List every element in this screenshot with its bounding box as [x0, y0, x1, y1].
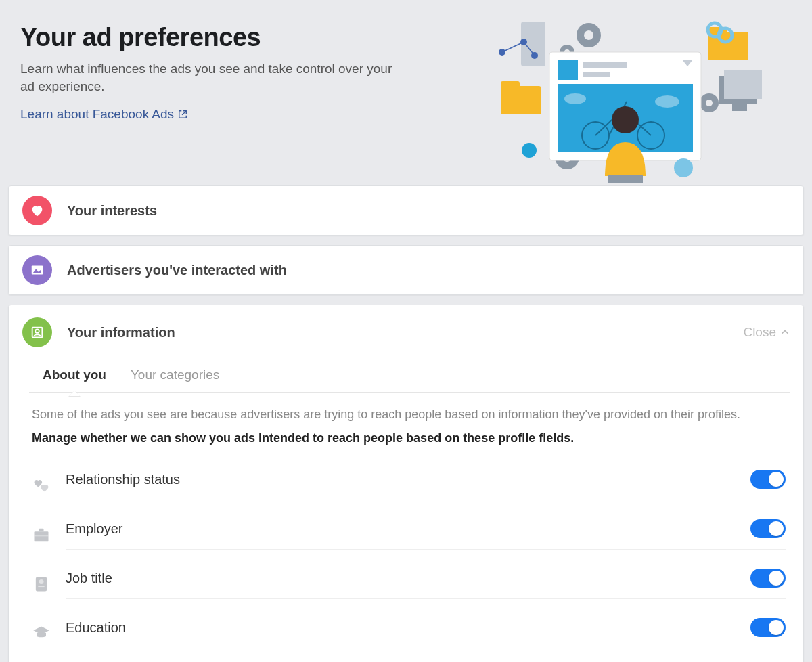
close-section-button[interactable]: Close	[743, 325, 790, 340]
toggle-job-title[interactable]	[750, 569, 786, 588]
hearts-icon	[32, 476, 51, 495]
briefcase-icon	[32, 525, 51, 544]
section-advertisers[interactable]: Advertisers you've interacted with	[8, 245, 804, 295]
section-title: Your information	[67, 325, 743, 340]
svg-rect-32	[608, 175, 643, 183]
svg-point-33	[522, 143, 537, 158]
heart-icon	[22, 196, 52, 225]
section-title: Your interests	[67, 203, 790, 219]
tabs: About you Your categories	[29, 358, 790, 393]
svg-line-19	[502, 42, 524, 52]
section-your-interests[interactable]: Your interests	[8, 185, 804, 236]
tab-about-you[interactable]: About you	[43, 358, 106, 392]
toggle-relationship-status[interactable]	[750, 470, 786, 489]
svg-rect-42	[39, 528, 44, 531]
section-header[interactable]: Your information Close	[9, 305, 803, 358]
profile-card-icon	[22, 317, 52, 347]
picture-icon	[22, 255, 52, 285]
ad-preferences-page: Your ad preferences Learn what influence…	[0, 0, 812, 662]
svg-point-27	[564, 93, 586, 104]
section-your-information: Your information Close About you Your ca…	[8, 305, 804, 662]
svg-rect-1	[501, 81, 520, 89]
svg-rect-23	[583, 62, 627, 68]
svg-rect-22	[558, 60, 578, 80]
field-relationship-status: Relationship status	[32, 460, 786, 510]
toggle-education[interactable]	[750, 618, 786, 637]
page-title: Your ad preferences	[20, 23, 399, 52]
field-education: Education	[32, 609, 786, 658]
hero: Your ad preferences Learn what influence…	[0, 0, 812, 185]
hero-illustration	[494, 15, 785, 184]
field-employer: Employer	[32, 510, 786, 559]
field-label: Relationship status	[66, 472, 750, 487]
svg-point-45	[39, 579, 44, 584]
learn-link-label: Learn about Facebook Ads	[20, 107, 174, 122]
chevron-up-icon	[780, 328, 790, 337]
svg-rect-0	[501, 86, 541, 114]
svg-point-28	[655, 95, 679, 108]
svg-rect-6	[724, 70, 762, 99]
external-link-icon	[178, 110, 187, 119]
field-label: Education	[66, 620, 750, 636]
page-subtitle: Learn what influences the ads you see an…	[20, 60, 399, 95]
svg-point-31	[612, 106, 639, 133]
learn-about-ads-link[interactable]: Learn about Facebook Ads	[20, 107, 187, 122]
svg-rect-46	[38, 586, 44, 587]
toggle-employer[interactable]	[750, 519, 786, 538]
field-label: Job title	[66, 571, 750, 586]
hero-text: Your ad preferences Learn what influence…	[20, 23, 399, 122]
svg-point-9	[584, 30, 593, 40]
close-label: Close	[743, 325, 776, 340]
tab-your-categories[interactable]: Your categories	[131, 358, 219, 392]
field-job-title: Job title	[32, 559, 786, 609]
svg-rect-43	[35, 535, 49, 536]
svg-point-40	[35, 329, 39, 333]
tab-body-about-you: Some of the ads you see are because adve…	[9, 393, 803, 662]
section-title: Advertisers you've interacted with	[67, 263, 790, 278]
field-label: Employer	[66, 521, 750, 537]
description-line-1: Some of the ads you see are because adve…	[32, 407, 786, 422]
graduation-cap-icon	[32, 624, 51, 643]
badge-icon	[32, 575, 51, 594]
description-line-2: Manage whether we can show you ads inten…	[32, 431, 786, 445]
svg-point-34	[674, 158, 693, 177]
svg-rect-24	[583, 72, 610, 77]
svg-point-13	[706, 100, 713, 106]
svg-rect-7	[732, 104, 747, 111]
